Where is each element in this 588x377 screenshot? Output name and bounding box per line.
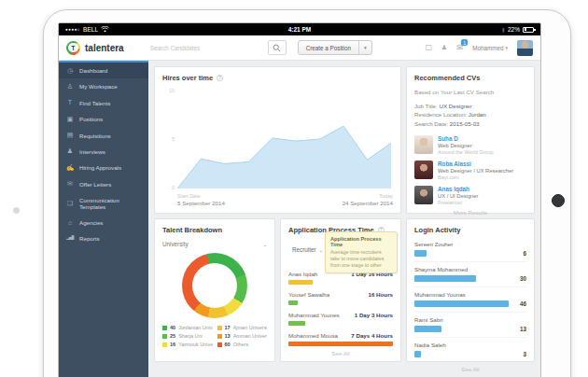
candidate-company: Bayt.com <box>438 175 513 180</box>
duration-bar <box>288 280 313 285</box>
clipboard-icon[interactable]: ☐ <box>425 43 432 52</box>
dashboard-icon: ◷ <box>65 67 75 75</box>
duration-bar <box>288 321 305 326</box>
sidebar-item-agencies[interactable]: ⌂ Agencies <box>59 215 148 230</box>
notification-badge: 1 <box>461 39 468 46</box>
login-row: Sereen Zouher 6 <box>414 237 526 262</box>
candidate-title: Web Designer <box>438 143 494 148</box>
login-count: 46 <box>515 300 526 307</box>
recruiter-name: Yousef Sawalha <box>288 291 329 298</box>
sidebar-item-offer-letters[interactable]: ✉ Offer Letters <box>59 176 148 192</box>
dashboard-main: Hires over time ? 10 5 0 <box>148 61 540 377</box>
start-date: 5 September 2014 <box>177 200 225 206</box>
user-menu[interactable]: Mohammed ▾ <box>472 45 508 51</box>
battery-icon <box>523 27 534 33</box>
sidebar-item-communication-templates[interactable]: ❏ Communication Templates <box>59 192 148 215</box>
login-count: 6 <box>515 250 526 257</box>
recommended-cvs-card: Recommended CVs Based on Your Last CV Se… <box>406 66 535 214</box>
candidate-row: Anas Iqdah UX / UI Designer Freelancer <box>414 186 526 205</box>
create-position-label: Create a Position <box>299 41 358 54</box>
carousel-dot <box>13 207 20 214</box>
mail-icon[interactable]: ✉ 1 <box>456 43 463 52</box>
meta-search-date: Search Date: 2015-05-03 <box>414 120 526 127</box>
create-position-button[interactable]: Create a Position ▾ <box>298 40 372 55</box>
interview-icon: ♟ <box>65 147 75 155</box>
see-all-link[interactable]: See All <box>414 362 526 372</box>
legend-item: 25 Sharja Uni <box>162 333 213 339</box>
legend-swatch <box>217 326 222 330</box>
login-row: Muhammad Younas 46 <box>414 287 526 313</box>
login-rows: Sereen Zouher 6 Shayma Mohammed 30 <box>414 237 526 362</box>
sidebar-item-interviews[interactable]: ♟ Interviews <box>59 144 148 160</box>
login-row: Rami Sabri 13 <box>414 313 526 338</box>
user-name: Mohammed <box>472 45 503 51</box>
y-axis-tick: 0 <box>165 185 175 190</box>
login-count-bar <box>414 275 476 282</box>
more-results-link[interactable]: More Results <box>414 205 526 216</box>
area-fill <box>177 126 391 188</box>
end-date: 24 September 2014 <box>343 200 393 206</box>
sidebar-item-label: Hiring Approvals <box>79 164 121 171</box>
sidebar-nav: ◷ Dashboard ♙ My Workspace T Find Talent… <box>59 61 148 377</box>
search-icon <box>273 44 281 52</box>
sidebar-item-hiring-approvals[interactable]: ✍ Hiring Approvals <box>59 160 148 175</box>
chevron-down-icon[interactable]: ▾ <box>358 41 371 54</box>
sidebar-item-label: Requisitions <box>79 133 111 139</box>
person-icon[interactable]: ♟ <box>441 44 447 51</box>
candidate-name-link[interactable]: Roba Alassi <box>438 161 513 167</box>
home-button[interactable] <box>552 194 565 207</box>
tablet-frame: ●●●●○ BELL 4:21 PM ᛒ 22% T talentera <box>43 9 571 377</box>
recommended-title: Recommended CVs <box>414 74 526 82</box>
app-body: ◷ Dashboard ♙ My Workspace T Find Talent… <box>59 61 540 377</box>
application-process-time-card: Application Process Time ? Average time … <box>280 218 401 362</box>
bluetooth-icon: ᛒ <box>502 27 505 33</box>
login-title: Login Activity <box>414 226 526 234</box>
candidate-name-link[interactable]: Anas Iqdah <box>438 186 479 192</box>
sidebar-item-label: Dashboard <box>79 67 107 74</box>
hires-area-chart: 10 5 0 <box>177 90 391 188</box>
search-input[interactable] <box>150 45 234 51</box>
sidebar-item-label: Positions <box>79 116 103 122</box>
candidate-company: Around the World Group <box>438 149 494 155</box>
legend-item: 16 Yarmouk University <box>162 342 213 347</box>
tooltip-body: Average time recruiters take to move can… <box>330 249 392 269</box>
y-axis-tick: 10 <box>165 88 175 93</box>
login-count-bar <box>414 300 509 307</box>
meta-location: Residence Location: Jordan <box>414 111 526 118</box>
bar-track <box>414 275 509 282</box>
sidebar-item-label: Agencies <box>79 219 103 226</box>
sidebar-item-my-workspace[interactable]: ♙ My Workspace <box>59 78 148 94</box>
legend-item: 60 Others <box>217 342 268 347</box>
legend-item: 17 Ajman University <box>217 325 268 330</box>
candidate-info: Anas Iqdah UX / UI Designer Freelancer <box>438 186 479 205</box>
login-row: Shayma Mohammed 30 <box>414 262 526 287</box>
candidate-name-link[interactable]: Suha D <box>438 135 494 142</box>
sidebar-item-reports[interactable]: ▂▅█ Reports <box>59 230 148 245</box>
university-filter-select[interactable]: University ⌄ <box>162 241 267 247</box>
login-count: 30 <box>515 275 526 282</box>
status-left: ●●●●○ BELL <box>65 26 109 33</box>
candidate-avatar <box>414 135 433 154</box>
search-button[interactable] <box>268 40 287 55</box>
talent-icon: T <box>65 99 75 106</box>
sidebar-item-positions[interactable]: ▣ Positions <box>59 111 148 127</box>
talentera-logo-icon[interactable]: T <box>66 41 80 55</box>
recommended-subtitle: Based on Your Last CV Search <box>414 89 526 95</box>
sidebar-item-requisitions[interactable]: ▤ Requisitions <box>59 128 148 144</box>
status-right: ᛒ 22% <box>502 26 534 33</box>
info-icon[interactable]: ? <box>217 75 223 81</box>
area-chart-svg <box>177 90 391 188</box>
cv-search-meta: Job Title: UX Designer Residence Locatio… <box>414 100 526 127</box>
candidate-info: Roba Alassi Web Designer / UX Researcher… <box>438 161 513 180</box>
candidate-row: Roba Alassi Web Designer / UX Researcher… <box>414 161 526 180</box>
user-avatar[interactable] <box>517 40 533 56</box>
login-count-bar <box>414 351 421 357</box>
ios-status-bar: ●●●●○ BELL 4:21 PM ᛒ 22% <box>59 23 540 35</box>
sidebar-item-find-talents[interactable]: T Find Talents <box>59 95 148 111</box>
process-rows: Anas Iqdah 1 Day 16 Hours Yousef Sawalha… <box>288 264 393 346</box>
sidebar-item-dashboard[interactable]: ◷ Dashboard <box>59 63 148 78</box>
wifi-icon <box>101 26 109 33</box>
app-header: T talentera Create a Position ▾ ☐ ♟ <box>59 35 540 61</box>
see-all-link[interactable]: See All <box>288 346 393 356</box>
candidate-list: Suha D Web Designer Around the World Gro… <box>414 130 526 205</box>
